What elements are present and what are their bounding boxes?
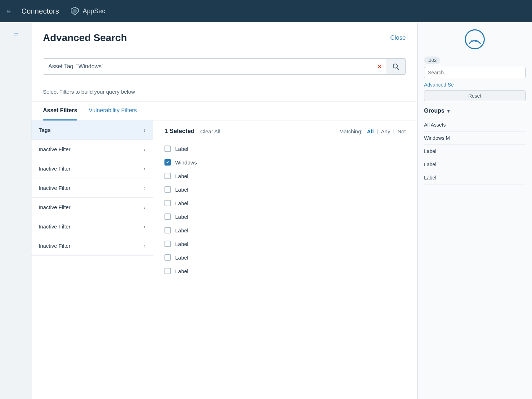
filter-options: 1 Selected Clear All Matching: All | Any… xyxy=(153,120,417,399)
search-bar: ✕ xyxy=(43,58,406,75)
option-row-0: Label xyxy=(164,142,406,156)
filter-options-header: 1 Selected Clear All Matching: All | Any… xyxy=(164,128,406,135)
group-item-0[interactable]: All Assets xyxy=(424,118,526,132)
option-row-2: Label xyxy=(164,169,406,183)
option-label-1: Windows xyxy=(175,159,197,166)
groups-dropdown-icon[interactable]: ▼ xyxy=(446,108,451,114)
hud-logo: HUD xyxy=(424,29,526,49)
search-submit-button[interactable] xyxy=(386,59,405,74)
nav-e-label: e xyxy=(7,8,11,15)
count-badge: ,302 xyxy=(424,56,440,64)
chevron-right-icon: › xyxy=(144,166,146,172)
option-row-9: Label xyxy=(164,264,406,278)
group-item-3[interactable]: Label xyxy=(424,158,526,171)
option-row-4: Label xyxy=(164,196,406,210)
filters-subtitle: Select Filters to build your query below xyxy=(31,82,417,102)
right-reset-button[interactable]: Reset xyxy=(424,90,526,101)
tab-asset-filters[interactable]: Asset Filters xyxy=(43,102,77,120)
checkbox-6[interactable] xyxy=(164,227,171,233)
filter-item-tags-label: Tags xyxy=(39,127,51,133)
checkbox-9[interactable] xyxy=(164,268,171,274)
option-label-9: Label xyxy=(175,268,188,274)
nav-connectors-label[interactable]: Connectors xyxy=(21,7,59,15)
checkbox-4[interactable] xyxy=(164,200,171,206)
checkbox-5[interactable] xyxy=(164,213,171,220)
filter-item-4-label: Inactive Filter xyxy=(39,204,70,210)
filter-item-5[interactable]: Inactive Filter › xyxy=(31,217,153,236)
matching-controls: Matching: All | Any | Not xyxy=(339,128,406,134)
filter-item-3[interactable]: Inactive Filter › xyxy=(31,178,153,198)
svg-line-3 xyxy=(397,68,399,69)
option-row-5: Label xyxy=(164,210,406,223)
checkbox-8[interactable] xyxy=(164,254,171,261)
checkbox-2[interactable] xyxy=(164,173,171,179)
search-clear-button[interactable]: ✕ xyxy=(373,63,386,70)
chevron-right-icon: › xyxy=(144,205,146,210)
groups-title: Groups xyxy=(424,108,444,114)
checkbox-7[interactable] xyxy=(164,241,171,247)
matching-all-button[interactable]: All xyxy=(367,128,374,134)
group-item-1[interactable]: Windows M xyxy=(424,132,526,145)
option-label-0: Label xyxy=(175,146,188,152)
panel-title: Advanced Search xyxy=(43,32,127,44)
option-label-2: Label xyxy=(175,173,188,179)
matching-any-button[interactable]: Any xyxy=(381,128,390,134)
option-label-8: Label xyxy=(175,255,188,261)
svg-marker-1 xyxy=(73,9,77,14)
checkbox-1[interactable] xyxy=(164,159,171,166)
nav-appsec-label: AppSec xyxy=(83,8,105,15)
advanced-search-panel: Advanced Search Close ✕ Select Filters t… xyxy=(31,22,418,399)
filter-item-3-label: Inactive Filter xyxy=(39,185,70,191)
tab-vulnerability-filters[interactable]: Vulnerability Filters xyxy=(89,102,137,120)
chevron-right-icon: › xyxy=(144,185,146,191)
option-label-5: Label xyxy=(175,214,188,220)
filter-item-1[interactable]: Inactive Filter › xyxy=(31,140,153,159)
top-nav: e Connectors AppSec xyxy=(0,0,532,22)
option-label-3: Label xyxy=(175,187,188,193)
chevron-right-icon: › xyxy=(144,224,146,230)
filter-item-6[interactable]: Inactive Filter › xyxy=(31,236,153,256)
svg-text:HUD: HUD xyxy=(471,39,479,43)
chevron-right-icon: › xyxy=(144,127,146,133)
right-advanced-search-link[interactable]: Advanced Se xyxy=(424,82,526,88)
checkbox-3[interactable] xyxy=(164,186,171,193)
group-item-4[interactable]: Label xyxy=(424,171,526,184)
filter-item-tags[interactable]: Tags › xyxy=(31,120,153,140)
option-row-8: Label xyxy=(164,251,406,264)
filter-item-5-label: Inactive Filter xyxy=(39,223,70,230)
filter-item-2[interactable]: Inactive Filter › xyxy=(31,159,153,178)
chevron-right-icon: › xyxy=(144,147,146,152)
filter-item-1-label: Inactive Filter xyxy=(39,146,70,152)
option-row-6: Label xyxy=(164,223,406,237)
matching-not-button[interactable]: Not xyxy=(398,128,406,134)
sidebar-label: It xyxy=(13,29,19,39)
option-row-3: Label xyxy=(164,183,406,196)
checkbox-0[interactable] xyxy=(164,146,171,152)
matching-text: Matching: xyxy=(339,128,363,134)
option-label-6: Label xyxy=(175,227,188,233)
right-search-input[interactable] xyxy=(424,67,526,78)
filter-item-6-label: Inactive Filter xyxy=(39,243,70,249)
panel-header: Advanced Search Close xyxy=(31,22,417,51)
main-layout: It Advanced Search Close ✕ Selec xyxy=(0,22,532,399)
filter-list: Tags › Inactive Filter › Inactive Filter… xyxy=(31,120,153,399)
group-item-2[interactable]: Label xyxy=(424,145,526,158)
chevron-right-icon: › xyxy=(144,243,146,249)
option-row-7: Label xyxy=(164,237,406,251)
option-label-7: Label xyxy=(175,241,188,247)
clear-all-button[interactable]: Clear All xyxy=(200,128,220,134)
right-sidebar: HUD ,302 Advanced Se Reset Groups ▼ All … xyxy=(418,22,532,399)
groups-header: Groups ▼ xyxy=(424,108,526,114)
hud-icon: HUD xyxy=(465,29,485,49)
tabs-row: Asset Filters Vulnerability Filters xyxy=(31,102,417,120)
filter-item-2-label: Inactive Filter xyxy=(39,166,70,172)
filter-item-4[interactable]: Inactive Filter › xyxy=(31,198,153,217)
search-input[interactable] xyxy=(43,63,373,70)
left-sidebar: It xyxy=(0,22,31,399)
nav-appsec[interactable]: AppSec xyxy=(70,6,105,16)
appsec-icon xyxy=(70,6,80,16)
search-bar-container: ✕ xyxy=(31,51,417,82)
option-label-4: Label xyxy=(175,200,188,206)
close-button[interactable]: Close xyxy=(390,34,406,41)
option-row-1: Windows xyxy=(164,156,406,169)
